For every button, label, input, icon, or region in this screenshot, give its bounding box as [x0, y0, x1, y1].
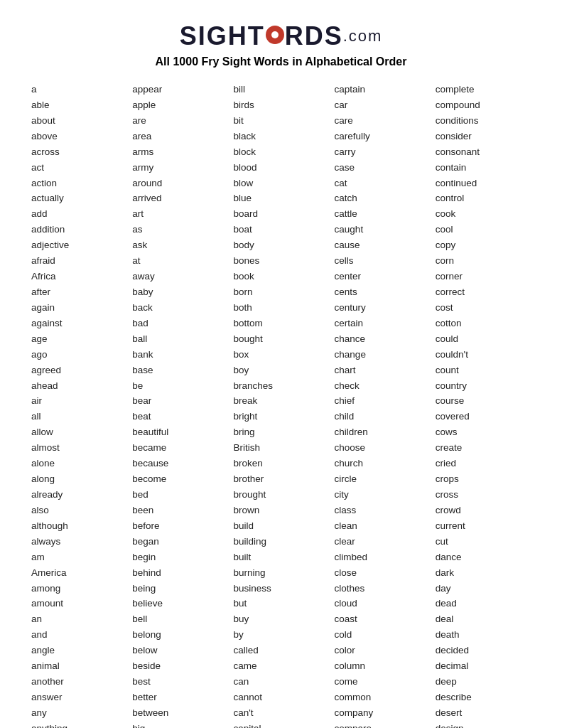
- word-item: certain: [332, 316, 433, 331]
- word-item: chance: [332, 332, 433, 347]
- word-item: case: [332, 161, 433, 176]
- word-item: came: [230, 659, 331, 674]
- word-item: brought: [230, 488, 331, 503]
- word-item: base: [129, 363, 230, 378]
- word-item: big: [129, 722, 230, 728]
- word-item: death: [433, 628, 534, 643]
- word-item: an: [28, 612, 129, 627]
- word-item: century: [332, 301, 433, 316]
- word-item: any: [28, 706, 129, 721]
- word-item: cross: [433, 488, 534, 503]
- word-item: design: [433, 722, 534, 728]
- word-item: cold: [332, 628, 433, 643]
- word-item: bottom: [230, 316, 331, 331]
- word-item: be: [129, 379, 230, 394]
- word-item: care: [332, 114, 433, 129]
- word-item: cut: [433, 535, 534, 550]
- word-item: bright: [230, 410, 331, 424]
- word-item: coast: [332, 612, 433, 627]
- logo-o-icon: [266, 26, 284, 44]
- page-header: SIGHTRDS.com All 1000 Fry Sight Words in…: [28, 21, 534, 68]
- word-item: arms: [129, 145, 230, 160]
- word-item: couldn't: [433, 348, 534, 363]
- word-item: already: [28, 488, 129, 503]
- word-item: bought: [230, 332, 331, 347]
- word-item: country: [433, 379, 534, 394]
- word-item: allow: [28, 425, 129, 440]
- word-item: compound: [433, 98, 534, 113]
- word-item: birds: [230, 98, 331, 113]
- word-item: bad: [129, 316, 230, 331]
- word-item: after: [28, 285, 129, 300]
- word-item: boat: [230, 223, 331, 237]
- word-item: about: [28, 114, 129, 129]
- word-item: beat: [129, 410, 230, 424]
- word-column-4: captaincarcarecarefullycarrycasecatcatch…: [332, 82, 433, 728]
- word-item: clothes: [332, 582, 433, 596]
- word-item: change: [332, 348, 433, 363]
- word-item: all: [28, 410, 129, 424]
- word-item: circle: [332, 472, 433, 487]
- word-item: around: [129, 176, 230, 191]
- logo-sight: SIGHT: [180, 21, 265, 51]
- word-item: at: [129, 254, 230, 269]
- word-item: across: [28, 145, 129, 160]
- word-item: column: [332, 659, 433, 674]
- word-item: although: [28, 519, 129, 534]
- word-item: amount: [28, 596, 129, 611]
- word-item: clear: [332, 535, 433, 550]
- word-item: always: [28, 535, 129, 550]
- word-item: complete: [433, 82, 534, 97]
- word-item: being: [129, 582, 230, 596]
- site-logo: SIGHTRDS.com: [180, 21, 383, 51]
- word-item: break: [230, 394, 331, 409]
- word-item: color: [332, 643, 433, 658]
- word-item: check: [332, 379, 433, 394]
- word-item: block: [230, 145, 331, 160]
- word-item: capital: [230, 722, 331, 728]
- word-item: create: [433, 441, 534, 456]
- word-item: board: [230, 207, 331, 222]
- page-title: All 1000 Fry Sight Words in Alphabetical…: [28, 55, 534, 68]
- word-item: are: [129, 114, 230, 129]
- word-item: age: [28, 332, 129, 347]
- word-item: agreed: [28, 363, 129, 378]
- word-item: bed: [129, 488, 230, 503]
- word-item: conditions: [433, 114, 534, 129]
- word-item: day: [433, 582, 534, 596]
- word-item: business: [230, 582, 331, 596]
- word-item: cannot: [230, 690, 331, 705]
- word-item: can: [230, 675, 331, 690]
- word-item: action: [28, 176, 129, 191]
- word-item: build: [230, 519, 331, 534]
- word-item: away: [129, 269, 230, 284]
- word-item: cents: [332, 285, 433, 300]
- word-item: decimal: [433, 659, 534, 674]
- word-item: desert: [433, 706, 534, 721]
- word-column-5: completecompoundconditionsconsiderconson…: [433, 82, 534, 728]
- word-item: and: [28, 628, 129, 643]
- word-item: am: [28, 550, 129, 565]
- word-item: baby: [129, 285, 230, 300]
- word-item: blood: [230, 161, 331, 176]
- word-item: class: [332, 503, 433, 518]
- word-item: body: [230, 238, 331, 253]
- word-item: choose: [332, 441, 433, 456]
- word-item: answer: [28, 690, 129, 705]
- word-item: art: [129, 207, 230, 222]
- word-item: deal: [433, 612, 534, 627]
- word-column-2: appearappleareareaarmsarmyaroundarriveda…: [129, 82, 230, 728]
- word-item: covered: [433, 410, 534, 424]
- word-item: ahead: [28, 379, 129, 394]
- word-item: America: [28, 566, 129, 581]
- word-item: as: [129, 223, 230, 237]
- word-item: building: [230, 535, 331, 550]
- word-item: contain: [433, 161, 534, 176]
- word-item: become: [129, 472, 230, 487]
- word-item: consider: [433, 129, 534, 144]
- word-item: afraid: [28, 254, 129, 269]
- word-item: adjective: [28, 238, 129, 253]
- word-item: catch: [332, 191, 433, 206]
- word-item: beautiful: [129, 425, 230, 440]
- word-column-1: aableaboutaboveacrossactactionactuallyad…: [28, 82, 129, 728]
